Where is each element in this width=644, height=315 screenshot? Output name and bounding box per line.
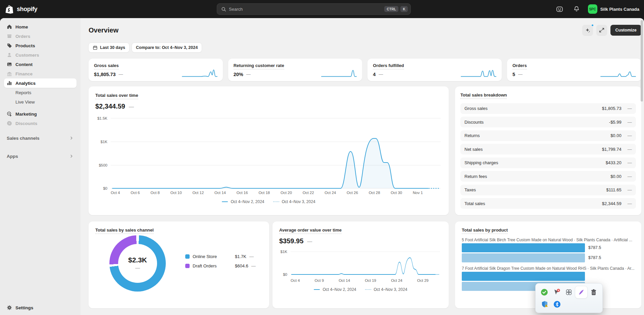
insights-button[interactable]: [582, 25, 593, 36]
bell-icon: [573, 6, 580, 12]
sidebar-item-finance[interactable]: Finance: [4, 69, 77, 78]
sidekick-assistant-button[interactable]: [554, 4, 565, 14]
legend-dotted-swatch: [273, 201, 279, 202]
topbar: shopify Search CTRL K SPC Silk: [0, 0, 644, 18]
total-sales-breakdown-card[interactable]: Total sales breakdown Gross sales$1,805.…: [455, 86, 641, 215]
tray-shield-warning-icon[interactable]: [538, 298, 551, 310]
sidebar: Home Orders Products Customers Content F…: [0, 18, 81, 315]
main-content: Overview Customize: [81, 18, 644, 315]
legend-swatch: [185, 264, 190, 268]
chart-legend: Oct 4–Nov 2, 2024 Oct 4–Nov 3, 2024: [279, 287, 442, 292]
sidebar-item-marketing[interactable]: Marketing: [4, 109, 77, 119]
product-name: 5 Foot Artificial Silk Birch Tree Custom…: [462, 238, 635, 242]
breakdown-row: Total sales$2,344.59—: [460, 198, 636, 209]
sidebar-item-customers[interactable]: Customers: [4, 50, 77, 60]
customers-icon: [7, 52, 12, 58]
app-shell: Home Orders Products Customers Content F…: [0, 18, 644, 315]
calendar-icon: [93, 45, 98, 50]
sidekick-icon: [556, 6, 563, 13]
customize-button[interactable]: Customize: [610, 25, 641, 36]
store-name: Silk Plants Canada: [600, 7, 639, 12]
legend-dotted-swatch: [365, 289, 371, 290]
shopify-logo[interactable]: shopify: [5, 5, 106, 14]
metric-cards-row: Gross sales $1,805.73— Returning custome…: [89, 59, 641, 81]
sidebar-item-discounts[interactable]: Discounts: [4, 119, 77, 128]
content-icon: [7, 62, 12, 67]
expand-icon: [599, 27, 605, 33]
breakdown-row: Taxes$111.65—: [460, 185, 636, 195]
compare-button[interactable]: Compare to: Oct 4–Nov 3, 2024: [132, 43, 202, 52]
sidebar-item-products[interactable]: Products: [4, 41, 77, 50]
average-order-value-card[interactable]: Average order value over time $359.95— $…: [273, 222, 449, 308]
chart-legend: Oct 4–Nov 2, 2024 Oct 4–Nov 3, 2024: [95, 199, 442, 204]
legend-item-draft-orders: Draft Orders $604.6 —: [185, 263, 256, 268]
notifications-button[interactable]: [571, 4, 582, 14]
scrollbar[interactable]: [641, 20, 643, 102]
chevron-right-icon: [69, 136, 74, 140]
fullscreen-button[interactable]: [596, 25, 607, 36]
products-icon: [7, 43, 12, 48]
shopify-bag-icon: [5, 5, 14, 14]
store-menu[interactable]: SPC Silk Plants Canada: [588, 4, 639, 14]
product-bar: $787.5: [462, 253, 635, 262]
donut-legend: Online Store $1.7K — Draft Orders $604.6…: [185, 254, 256, 273]
system-tray-popup: [535, 283, 603, 313]
sidebar-section-sales-channels[interactable]: Sales channels: [4, 133, 77, 143]
orders-icon: [7, 34, 12, 39]
kbd-ctrl: CTRL: [384, 6, 398, 12]
bar-current-period: [462, 243, 585, 252]
product-name: 7 Foot Artificial Silk Dragon Tree Custo…: [462, 266, 635, 271]
metric-card-returning-rate[interactable]: Returning customer rate 20%—: [228, 59, 362, 81]
breakdown-row: Returns$0.00—: [460, 130, 636, 141]
analytics-icon: [7, 80, 12, 86]
product-bar: [462, 272, 635, 281]
breakdown-row: Net sales$1,799.74—: [460, 144, 636, 154]
product-bar: $787.5: [462, 243, 635, 252]
tray-trash-icon[interactable]: [587, 286, 600, 298]
finance-icon: [7, 71, 12, 76]
metric-card-orders-fulfilled[interactable]: Orders fulfilled 4—: [367, 59, 502, 81]
metric-card-orders[interactable]: Orders 5—: [507, 59, 641, 81]
gear-icon: [7, 305, 12, 310]
tray-pen-icon[interactable]: [575, 286, 588, 298]
sidebar-item-reports[interactable]: Reports: [4, 88, 77, 97]
total-sales-over-time-card[interactable]: Total sales over time $2,344.59— $1.5K $…: [89, 86, 449, 215]
bar-compare-period: [462, 253, 585, 262]
search-input[interactable]: Search CTRL K: [217, 3, 411, 15]
metric-card-gross-sales[interactable]: Gross sales $1,805.73—: [89, 59, 223, 81]
legend-solid-swatch: [222, 201, 228, 202]
bar-current-period: [462, 272, 585, 281]
search-placeholder: Search: [229, 7, 382, 12]
search-icon: [221, 7, 226, 12]
sidebar-item-content[interactable]: Content: [4, 60, 77, 69]
notification-dot: [591, 24, 594, 27]
tray-antivirus-check-icon[interactable]: [538, 286, 551, 298]
tray-pin-alert-icon[interactable]: [551, 286, 563, 298]
store-avatar: SPC: [588, 4, 597, 14]
sidebar-item-analytics[interactable]: Analytics: [4, 78, 77, 88]
legend-item-online-store: Online Store $1.7K —: [185, 254, 256, 259]
date-range-button[interactable]: Last 30 days: [89, 43, 129, 52]
sidebar-item-orders[interactable]: Orders: [4, 32, 77, 41]
tray-clover-icon[interactable]: [563, 286, 575, 298]
sidebar-section-apps[interactable]: Apps: [4, 151, 77, 161]
total-sales-line-chart: $1.5K $1K $500 $0: [111, 115, 441, 189]
breakdown-row: Gross sales$1,805.73—: [460, 103, 636, 114]
sidebar-item-settings[interactable]: Settings: [4, 303, 77, 312]
tray-bluetooth-icon[interactable]: [551, 298, 563, 310]
legend-swatch: [185, 254, 190, 259]
discounts-icon: [7, 121, 12, 126]
sparkline-chart: [320, 69, 357, 78]
breakdown-row: Shipping charges$433.20—: [460, 158, 636, 168]
sales-by-channel-card[interactable]: Total sales by sales channel $2.3K — Onl…: [89, 222, 269, 308]
breakdown-row: Return fees$0.00—: [460, 171, 636, 182]
aov-line-chart: $1K $0: [291, 249, 440, 276]
sidebar-item-home[interactable]: Home: [4, 22, 77, 32]
sparkle-icon: [585, 27, 591, 34]
donut-chart: $2.3K —: [109, 235, 166, 292]
sparkline-chart: [181, 69, 218, 78]
sidebar-item-live-view[interactable]: Live View: [4, 97, 77, 107]
home-icon: [7, 24, 12, 29]
breakdown-row: Discounts-$5.99—: [460, 117, 636, 127]
sparkline-chart: [460, 69, 497, 78]
